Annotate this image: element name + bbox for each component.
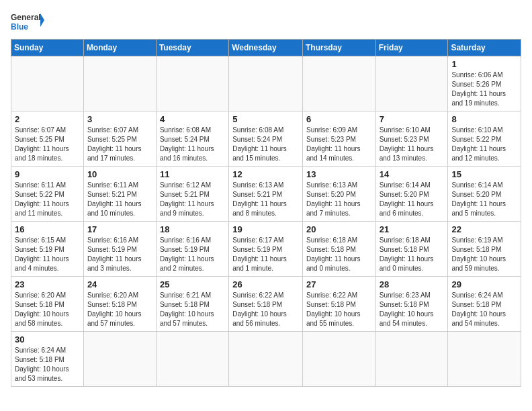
day-number: 24 <box>87 279 152 289</box>
calendar-week-row: 16Sunrise: 6:15 AM Sunset: 5:19 PM Dayli… <box>11 222 521 277</box>
day-info: Sunrise: 6:09 AM Sunset: 5:23 PM Dayligh… <box>306 126 372 163</box>
day-info: Sunrise: 6:23 AM Sunset: 5:18 PM Dayligh… <box>380 291 445 328</box>
day-info: Sunrise: 6:21 AM Sunset: 5:18 PM Dayligh… <box>160 291 225 328</box>
day-info: Sunrise: 6:19 AM Sunset: 5:18 PM Dayligh… <box>451 236 517 273</box>
calendar-cell: 8Sunrise: 6:10 AM Sunset: 5:22 PM Daylig… <box>448 111 521 167</box>
day-number: 9 <box>15 169 80 179</box>
day-number: 6 <box>306 114 372 124</box>
calendar-cell: 29Sunrise: 6:24 AM Sunset: 5:18 PM Dayli… <box>448 277 521 332</box>
day-header-sunday: Sunday <box>11 40 84 56</box>
calendar-cell: 10Sunrise: 6:11 AM Sunset: 5:21 PM Dayli… <box>83 167 156 222</box>
calendar-cell: 30Sunrise: 6:24 AM Sunset: 5:18 PM Dayli… <box>11 332 84 387</box>
day-number: 4 <box>160 114 225 124</box>
day-info: Sunrise: 6:10 AM Sunset: 5:23 PM Dayligh… <box>380 126 445 163</box>
calendar-cell: 25Sunrise: 6:21 AM Sunset: 5:18 PM Dayli… <box>156 277 228 332</box>
day-number: 12 <box>232 169 299 179</box>
day-number: 10 <box>87 169 152 179</box>
calendar-cell: 18Sunrise: 6:16 AM Sunset: 5:19 PM Dayli… <box>156 222 228 277</box>
calendar-header-row: SundayMondayTuesdayWednesdayThursdayFrid… <box>11 40 521 56</box>
day-info: Sunrise: 6:14 AM Sunset: 5:20 PM Dayligh… <box>451 181 517 218</box>
calendar-cell: 11Sunrise: 6:12 AM Sunset: 5:21 PM Dayli… <box>156 167 228 222</box>
calendar-cell: 28Sunrise: 6:23 AM Sunset: 5:18 PM Dayli… <box>375 277 448 332</box>
day-info: Sunrise: 6:07 AM Sunset: 5:25 PM Dayligh… <box>15 126 80 163</box>
day-number: 7 <box>380 114 445 124</box>
calendar-cell: 26Sunrise: 6:22 AM Sunset: 5:18 PM Dayli… <box>229 277 303 332</box>
calendar-week-row: 23Sunrise: 6:20 AM Sunset: 5:18 PM Dayli… <box>11 277 521 332</box>
calendar-cell: 13Sunrise: 6:13 AM Sunset: 5:20 PM Dayli… <box>302 167 375 222</box>
day-info: Sunrise: 6:13 AM Sunset: 5:21 PM Dayligh… <box>232 181 299 218</box>
day-info: Sunrise: 6:10 AM Sunset: 5:22 PM Dayligh… <box>451 126 517 163</box>
day-info: Sunrise: 6:18 AM Sunset: 5:18 PM Dayligh… <box>380 236 445 273</box>
day-number: 16 <box>15 224 80 234</box>
day-info: Sunrise: 6:06 AM Sunset: 5:26 PM Dayligh… <box>451 71 517 108</box>
day-number: 18 <box>160 224 225 234</box>
calendar-cell: 2Sunrise: 6:07 AM Sunset: 5:25 PM Daylig… <box>11 111 84 167</box>
calendar-cell <box>83 332 156 387</box>
calendar-cell <box>11 56 84 111</box>
day-info: Sunrise: 6:16 AM Sunset: 5:19 PM Dayligh… <box>160 236 225 273</box>
day-info: Sunrise: 6:22 AM Sunset: 5:18 PM Dayligh… <box>306 291 372 328</box>
calendar-cell: 6Sunrise: 6:09 AM Sunset: 5:23 PM Daylig… <box>302 111 375 167</box>
calendar-cell: 19Sunrise: 6:17 AM Sunset: 5:19 PM Dayli… <box>229 222 303 277</box>
calendar-week-row: 9Sunrise: 6:11 AM Sunset: 5:22 PM Daylig… <box>11 167 521 222</box>
day-info: Sunrise: 6:24 AM Sunset: 5:18 PM Dayligh… <box>15 346 80 383</box>
day-info: Sunrise: 6:20 AM Sunset: 5:18 PM Dayligh… <box>87 291 152 328</box>
calendar-cell: 23Sunrise: 6:20 AM Sunset: 5:18 PM Dayli… <box>11 277 84 332</box>
day-info: Sunrise: 6:13 AM Sunset: 5:20 PM Dayligh… <box>306 181 372 218</box>
calendar-cell <box>229 56 303 111</box>
day-info: Sunrise: 6:11 AM Sunset: 5:22 PM Dayligh… <box>15 181 80 218</box>
day-header-saturday: Saturday <box>448 40 521 56</box>
calendar-cell: 1Sunrise: 6:06 AM Sunset: 5:26 PM Daylig… <box>448 56 521 111</box>
day-number: 3 <box>87 114 152 124</box>
day-number: 5 <box>232 114 299 124</box>
calendar-cell: 5Sunrise: 6:08 AM Sunset: 5:24 PM Daylig… <box>229 111 303 167</box>
svg-text:Blue: Blue <box>11 22 28 32</box>
day-number: 19 <box>232 224 299 234</box>
calendar-cell: 21Sunrise: 6:18 AM Sunset: 5:18 PM Dayli… <box>375 222 448 277</box>
day-info: Sunrise: 6:16 AM Sunset: 5:19 PM Dayligh… <box>87 236 152 273</box>
day-number: 14 <box>380 169 445 179</box>
svg-text:General: General <box>11 13 41 22</box>
calendar-cell: 24Sunrise: 6:20 AM Sunset: 5:18 PM Dayli… <box>83 277 156 332</box>
calendar-cell <box>229 332 303 387</box>
day-number: 8 <box>451 114 517 124</box>
calendar-cell: 17Sunrise: 6:16 AM Sunset: 5:19 PM Dayli… <box>83 222 156 277</box>
day-info: Sunrise: 6:08 AM Sunset: 5:24 PM Dayligh… <box>160 126 225 163</box>
calendar-cell <box>375 56 448 111</box>
calendar-cell: 7Sunrise: 6:10 AM Sunset: 5:23 PM Daylig… <box>375 111 448 167</box>
calendar-cell: 16Sunrise: 6:15 AM Sunset: 5:19 PM Dayli… <box>11 222 84 277</box>
day-number: 23 <box>15 279 80 289</box>
calendar-cell: 3Sunrise: 6:07 AM Sunset: 5:25 PM Daylig… <box>83 111 156 167</box>
day-number: 17 <box>87 224 152 234</box>
day-header-thursday: Thursday <box>302 40 375 56</box>
calendar-cell <box>302 56 375 111</box>
calendar-cell <box>302 332 375 387</box>
calendar-cell <box>375 332 448 387</box>
day-info: Sunrise: 6:12 AM Sunset: 5:21 PM Dayligh… <box>160 181 225 218</box>
day-number: 26 <box>232 279 299 289</box>
calendar-cell <box>156 332 228 387</box>
day-number: 15 <box>451 169 517 179</box>
calendar-cell: 20Sunrise: 6:18 AM Sunset: 5:18 PM Dayli… <box>302 222 375 277</box>
calendar-week-row: 2Sunrise: 6:07 AM Sunset: 5:25 PM Daylig… <box>11 111 521 167</box>
day-number: 13 <box>306 169 372 179</box>
svg-marker-2 <box>40 13 44 27</box>
day-number: 1 <box>451 59 517 69</box>
day-info: Sunrise: 6:14 AM Sunset: 5:20 PM Dayligh… <box>380 181 445 218</box>
day-info: Sunrise: 6:17 AM Sunset: 5:19 PM Dayligh… <box>232 236 299 273</box>
calendar-cell: 9Sunrise: 6:11 AM Sunset: 5:22 PM Daylig… <box>11 167 84 222</box>
calendar-cell: 22Sunrise: 6:19 AM Sunset: 5:18 PM Dayli… <box>448 222 521 277</box>
calendar-cell: 14Sunrise: 6:14 AM Sunset: 5:20 PM Dayli… <box>375 167 448 222</box>
day-info: Sunrise: 6:22 AM Sunset: 5:18 PM Dayligh… <box>232 291 299 328</box>
day-header-wednesday: Wednesday <box>229 40 303 56</box>
day-info: Sunrise: 6:20 AM Sunset: 5:18 PM Dayligh… <box>15 291 80 328</box>
day-info: Sunrise: 6:08 AM Sunset: 5:24 PM Dayligh… <box>232 126 299 163</box>
calendar-cell <box>448 332 521 387</box>
day-number: 27 <box>306 279 372 289</box>
day-header-monday: Monday <box>83 40 156 56</box>
calendar-table: SundayMondayTuesdayWednesdayThursdayFrid… <box>11 39 521 387</box>
day-info: Sunrise: 6:24 AM Sunset: 5:18 PM Dayligh… <box>451 291 517 328</box>
day-number: 29 <box>451 279 517 289</box>
header: General Blue <box>11 11 521 35</box>
day-info: Sunrise: 6:11 AM Sunset: 5:21 PM Dayligh… <box>87 181 152 218</box>
